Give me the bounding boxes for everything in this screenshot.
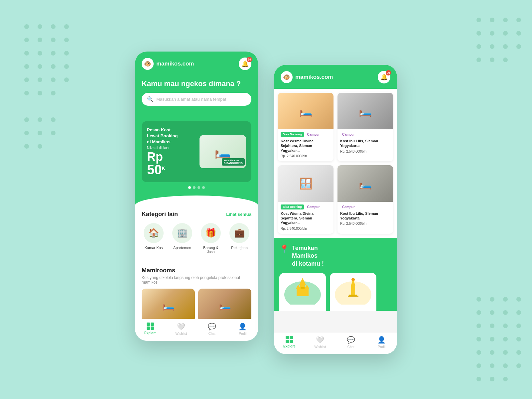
badge-bisa-booking-1: Bisa Booking bbox=[281, 132, 304, 137]
room-card-1[interactable]: 🛏️ bbox=[142, 289, 195, 322]
svg-point-50 bbox=[516, 350, 521, 355]
svg-point-61 bbox=[516, 18, 521, 22]
kost-card-3[interactable]: 🪟 Bisa Booking Campur Kost Wisma Divina … bbox=[278, 165, 333, 234]
kost-grid: 🛏️ Bisa Booking Campur Kost Wisma Divina… bbox=[278, 89, 393, 238]
kost-badges-1: Bisa Booking Campur bbox=[281, 132, 331, 137]
svg-point-0 bbox=[24, 24, 29, 29]
categories-link[interactable]: Lihat semua bbox=[226, 212, 251, 217]
svg-point-67 bbox=[490, 44, 494, 49]
nav-profil-left[interactable]: 👤 Profil bbox=[231, 323, 254, 335]
voucher-tag: Kode Voucher BISABOOKING bbox=[222, 158, 245, 166]
banner-card[interactable]: Pesan KostLewat Bookingdi Mamikos Nikmat… bbox=[142, 121, 251, 182]
search-bar[interactable]: 🔍 Masukkan alamat atau nama tempat bbox=[142, 93, 251, 106]
nav-explore-label-right: Explore bbox=[283, 344, 296, 348]
kost-img-3: 🪟 bbox=[278, 165, 333, 202]
kost-img-2: 🛏️ bbox=[337, 93, 393, 129]
logo-emoji-right: 🐵 bbox=[283, 73, 290, 81]
nav-wishlist-left[interactable]: 🤍 Wishlist bbox=[170, 323, 193, 335]
city-card-jabodeta[interactable]: Jabodeta bbox=[330, 273, 376, 311]
kost-price-3: Rp. 2.540.000/bln bbox=[281, 227, 331, 230]
svg-point-47 bbox=[476, 350, 481, 355]
banner-dots bbox=[142, 186, 251, 189]
svg-point-56 bbox=[490, 377, 494, 381]
dot-3 bbox=[198, 186, 200, 189]
nav-chat-right[interactable]: 💬 Chat bbox=[339, 336, 362, 349]
kost-name-3: Kost Wisma Divina Sejahtera, Sleman Yogy… bbox=[281, 211, 331, 225]
kost-badges-2: Campur bbox=[340, 132, 390, 137]
banner-text: Pesan KostLewat Bookingdi Mamikos Nikmat… bbox=[147, 127, 178, 176]
category-apartemen[interactable]: 🏢 Apartemen bbox=[170, 223, 194, 254]
svg-rect-74 bbox=[300, 285, 305, 296]
barang-jasa-icon: 🎁 bbox=[201, 223, 221, 243]
city-section: 📍 TemukanMamikosdi kotamu ! bbox=[274, 238, 397, 311]
kost-list: 🛏️ Bisa Booking Campur Kost Wisma Divina… bbox=[274, 89, 397, 238]
wishlist-icon-right: 🤍 bbox=[316, 336, 324, 344]
svg-point-59 bbox=[490, 18, 494, 22]
kost-name-4: Kost Ibu Lilis, Sleman Yogyakarta bbox=[340, 211, 390, 221]
chat-icon-left: 💬 bbox=[208, 323, 216, 331]
svg-point-84 bbox=[351, 278, 355, 281]
category-barang-jasa[interactable]: 🎁 Barang & Jasa bbox=[199, 223, 223, 254]
mamirooms-title: Mamirooms bbox=[142, 267, 251, 274]
svg-rect-77 bbox=[297, 289, 300, 296]
nav-profil-label-left: Profil bbox=[239, 332, 246, 335]
svg-point-9 bbox=[38, 51, 42, 56]
app-header-left: 🐵 mamikos.com 🔔 99 bbox=[135, 52, 258, 75]
nav-wishlist-right[interactable]: 🤍 Wishlist bbox=[309, 336, 332, 349]
badge-campur-2: Campur bbox=[340, 132, 357, 137]
category-pekerjaan[interactable]: 💼 Pekerjaan bbox=[227, 223, 251, 254]
svg-point-28 bbox=[51, 131, 56, 135]
svg-point-44 bbox=[490, 337, 494, 341]
bottom-nav-left: Explore 🤍 Wishlist 💬 Chat 👤 Profil bbox=[135, 319, 258, 341]
svg-point-64 bbox=[503, 31, 508, 36]
svg-point-20 bbox=[24, 91, 29, 95]
kost-card-2[interactable]: 🛏️ Campur Kost Ibu Lilis, Sleman Yogyaka… bbox=[337, 93, 393, 161]
nav-profil-right[interactable]: 👤 Profil bbox=[370, 336, 393, 349]
svg-point-63 bbox=[490, 31, 494, 36]
badge-bisa-booking-3: Bisa Booking bbox=[281, 204, 304, 209]
svg-point-39 bbox=[476, 324, 481, 328]
app-header-right: 🐵 mamikos.com 🔔 99 bbox=[274, 65, 397, 89]
svg-point-52 bbox=[490, 363, 494, 368]
svg-point-34 bbox=[516, 297, 521, 302]
svg-point-21 bbox=[38, 91, 42, 95]
badge-campur-4: Campur bbox=[340, 204, 357, 209]
city-card-yogyakarta[interactable]: Yogyakarta bbox=[279, 273, 326, 311]
category-kamar-kos[interactable]: 🏠 Kamar Kos bbox=[142, 223, 166, 254]
notification-bell-left[interactable]: 🔔 99 bbox=[239, 58, 251, 70]
svg-point-58 bbox=[476, 18, 481, 22]
kost-card-4[interactable]: 🛏️ Campur Kost Ibu Lilis, Sleman Yogyaka… bbox=[337, 165, 393, 234]
kost-price-4: Rp. 2.540.000/bln bbox=[340, 222, 390, 225]
categories-header: Kategori lain Lihat semua bbox=[142, 211, 251, 218]
svg-marker-75 bbox=[299, 278, 306, 285]
svg-point-10 bbox=[51, 51, 56, 56]
bed-illustration: 🛏️ Kode Voucher BISABOOKING bbox=[200, 135, 246, 168]
banner-discount: Rp50K bbox=[147, 151, 178, 176]
svg-point-42 bbox=[516, 324, 521, 328]
nav-explore-right[interactable]: Explore bbox=[278, 336, 301, 349]
svg-point-65 bbox=[516, 31, 521, 36]
nav-chat-left[interactable]: 💬 Chat bbox=[200, 323, 223, 335]
room-card-2[interactable]: 🛏️ bbox=[198, 289, 251, 322]
nav-explore-left[interactable]: Explore bbox=[139, 323, 162, 335]
svg-point-29 bbox=[24, 144, 29, 149]
nav-explore-label-left: Explore bbox=[144, 331, 157, 335]
banner-image: 🛏️ Kode Voucher BISABOOKING bbox=[200, 135, 246, 168]
apartemen-label: Apartemen bbox=[173, 246, 191, 250]
svg-point-60 bbox=[503, 18, 508, 22]
mamirooms-section: Mamirooms Kos yang dikelola langsung ole… bbox=[135, 262, 258, 322]
header-logo-left: 🐵 mamikos.com bbox=[142, 58, 194, 70]
svg-point-66 bbox=[476, 44, 481, 49]
svg-point-11 bbox=[64, 51, 69, 56]
categories-grid: 🏠 Kamar Kos 🏢 Apartemen 🎁 Barang & Jasa … bbox=[142, 223, 251, 254]
nav-profil-label-right: Profil bbox=[378, 345, 385, 349]
svg-point-1 bbox=[38, 24, 42, 29]
kost-badges-4: Campur bbox=[340, 204, 390, 209]
notification-bell-right[interactable]: 🔔 99 bbox=[378, 71, 390, 83]
svg-point-71 bbox=[490, 58, 494, 62]
kost-card-1[interactable]: 🛏️ Bisa Booking Campur Kost Wisma Divina… bbox=[278, 93, 333, 161]
svg-point-54 bbox=[516, 363, 521, 368]
profil-icon-left: 👤 bbox=[238, 323, 247, 331]
banner-title: Pesan KostLewat Bookingdi Mamikos bbox=[147, 127, 178, 145]
svg-rect-76 bbox=[301, 287, 305, 289]
